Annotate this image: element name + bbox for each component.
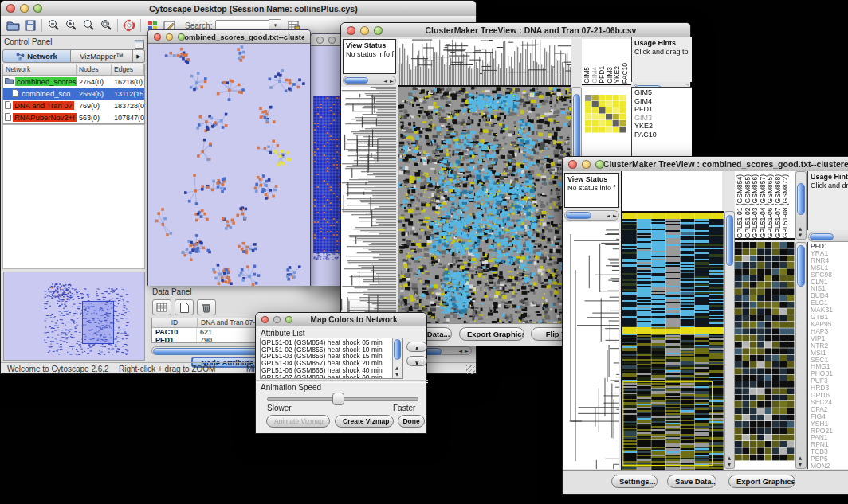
scrollbar-thumb[interactable] (566, 212, 591, 219)
gene-label[interactable]: GIM3 (634, 114, 692, 123)
minimize-button[interactable] (166, 33, 173, 41)
network-list-row[interactable]: combined_scores 2764(0) 16218(0) (3, 76, 144, 88)
gene-label[interactable]: YKE2 (634, 122, 692, 131)
network-overview-canvas[interactable] (4, 272, 144, 360)
row-dendrogram-canvas[interactable] (563, 222, 619, 469)
scrollbar-thumb[interactable] (797, 245, 805, 287)
zoom-selected-icon[interactable] (97, 18, 115, 33)
zoom-button[interactable] (178, 33, 185, 41)
attribute-list-vscrollbar[interactable]: ▲ ▼ (392, 338, 402, 378)
scroll-left-icon[interactable]: ◄ (383, 79, 387, 84)
create-vizmap-button[interactable]: Create Vizmap (335, 415, 394, 428)
attribute-list-item[interactable]: GPL51-01 (GSM854) heat shock 05 min (261, 339, 391, 346)
scroll-down-icon[interactable]: ▼ (728, 463, 731, 467)
speed-slider-thumb[interactable] (332, 393, 344, 405)
minimize-button[interactable] (360, 26, 369, 35)
attribute-list-item[interactable]: GPL51-06 (GSM865) heat shock 40 min (261, 367, 391, 374)
float-panel-icon[interactable] (135, 37, 144, 46)
minimize-button[interactable] (328, 37, 336, 44)
network-view-titlebar[interactable]: combined_scores_good.txt--cluste... (148, 30, 310, 44)
usage-hints-hscrollbar[interactable] (808, 232, 848, 242)
tab-overflow-arrow[interactable]: ▶ (133, 49, 145, 63)
main-titlebar[interactable]: Cytoscape Desktop (Session Name: collins… (1, 1, 476, 17)
scroll-up-icon[interactable]: ▲ (799, 227, 802, 232)
scrollbar-thumb[interactable] (797, 183, 805, 215)
column-dendrogram-area[interactable] (621, 171, 722, 211)
zoom-button[interactable] (285, 316, 292, 323)
gene-label[interactable]: GIM5 (634, 88, 692, 97)
view-status-hscrollbar[interactable]: ◄ ► (564, 210, 619, 221)
zoom-button[interactable] (33, 4, 42, 13)
minimize-button[interactable] (273, 316, 281, 323)
settings-button[interactable]: Settings... (611, 475, 658, 488)
correlation-matrix-canvas[interactable] (585, 95, 626, 133)
gene-label[interactable]: PFD1 (634, 105, 692, 114)
map-dialog-titlebar[interactable]: Map Colors to Network (256, 313, 426, 326)
zoom-fit-icon[interactable] (80, 18, 97, 33)
attribute-list-item[interactable]: GPL51-03 (GSM856) heat shock 15 min (261, 353, 391, 360)
help-icon[interactable] (120, 18, 138, 33)
close-button[interactable] (347, 26, 355, 35)
scrollbar-thumb[interactable] (726, 215, 733, 266)
new-attribute-icon[interactable] (175, 299, 194, 315)
close-button[interactable] (568, 160, 577, 169)
network-list-row[interactable]: RNAPuberNov2+I 563(0) 107847(0) (3, 111, 144, 123)
save-data-button[interactable]: Save Data... (667, 475, 716, 488)
column-dendrogram-canvas[interactable] (398, 39, 571, 87)
scroll-left-icon[interactable]: ◄ (607, 213, 610, 219)
view-status-hscrollbar[interactable]: ◄ ► (343, 76, 396, 85)
network-list-row[interactable]: combined_sco 2569(6) 13112(15) (3, 88, 144, 100)
close-button[interactable] (316, 37, 324, 44)
minimize-button[interactable] (20, 4, 29, 13)
treeview2-titlebar[interactable]: ClusterMaker TreeView : combined_scores_… (563, 157, 848, 172)
tab-network[interactable]: Network (2, 49, 71, 63)
done-button[interactable]: Done (398, 415, 425, 428)
zoom-out-icon[interactable] (45, 18, 62, 33)
sub-heatmap-canvas[interactable] (735, 242, 795, 461)
network-view-canvas[interactable] (148, 44, 310, 286)
scrollbar-thumb[interactable] (810, 233, 834, 240)
export-graphics-button[interactable]: Export Graphics... (459, 327, 524, 341)
scroll-down-icon[interactable]: ▼ (799, 233, 802, 238)
heatmap-canvas[interactable] (621, 211, 724, 471)
zoom-button[interactable] (595, 160, 604, 169)
attribute-list-item[interactable]: GPL51-04 (GSM857) heat shock 20 min (261, 360, 391, 367)
scroll-left-icon[interactable]: ◄ (458, 349, 462, 354)
minimize-button[interactable] (582, 160, 591, 169)
attribute-list-item[interactable]: GPL51-02 (GSM855) heat shock 10 min (261, 346, 391, 354)
scroll-up-icon[interactable]: ▲ (799, 456, 802, 461)
gene-label[interactable]: MON2 (811, 463, 848, 469)
scroll-right-icon[interactable]: ► (465, 349, 469, 354)
resize-grip[interactable] (466, 365, 475, 374)
heatmap-vscrollbar[interactable]: ▲ ▼ (724, 211, 735, 469)
array-label[interactable]: GPL51-08 (GSM872) (782, 174, 790, 238)
row-dendrogram-canvas[interactable] (341, 87, 396, 323)
scrollbar-thumb[interactable] (344, 77, 368, 84)
zoom-button[interactable] (374, 26, 383, 35)
move-up-button[interactable]: ∧ (406, 342, 427, 352)
zoom-in-icon[interactable] (62, 18, 80, 33)
delete-attribute-icon[interactable] (197, 299, 216, 315)
scroll-up-icon[interactable]: ▲ (728, 456, 731, 461)
close-button[interactable] (6, 4, 15, 13)
array-label[interactable]: PAC10 (622, 63, 630, 84)
move-down-button[interactable]: ∨ (406, 356, 427, 366)
close-button[interactable] (154, 33, 161, 41)
gene-label[interactable]: GIM4 (634, 97, 692, 106)
export-graphics-button[interactable]: Export Graphics... (728, 475, 795, 488)
scroll-right-icon[interactable]: ► (613, 213, 617, 219)
scrollbar-thumb[interactable] (394, 339, 401, 360)
attribute-list-item[interactable]: GPL51-07 (GSM868) heat shock 60 min (261, 374, 391, 379)
array-labels-vscrollbar[interactable]: ▲ ▼ (795, 171, 807, 240)
scroll-right-icon[interactable]: ► (390, 79, 394, 84)
sub-heatmap-vscrollbar[interactable]: ▲ ▼ (795, 242, 807, 469)
treeview1-titlebar[interactable]: ClusterMaker TreeView : DNA and Tran 07-… (341, 23, 690, 38)
animate-vizmap-button[interactable]: Animate Vizmap (266, 415, 330, 428)
tab-vizmapper[interactable]: VizMapper™ (71, 49, 133, 63)
save-session-icon[interactable] (22, 18, 39, 33)
network-list-row[interactable]: DNA and Tran 07 769(0) 183728(0) (3, 100, 144, 111)
scroll-down-icon[interactable]: ▼ (395, 373, 398, 377)
open-session-icon[interactable] (4, 18, 22, 33)
heatmap-canvas[interactable] (398, 87, 571, 323)
scroll-down-icon[interactable]: ▼ (799, 463, 802, 467)
